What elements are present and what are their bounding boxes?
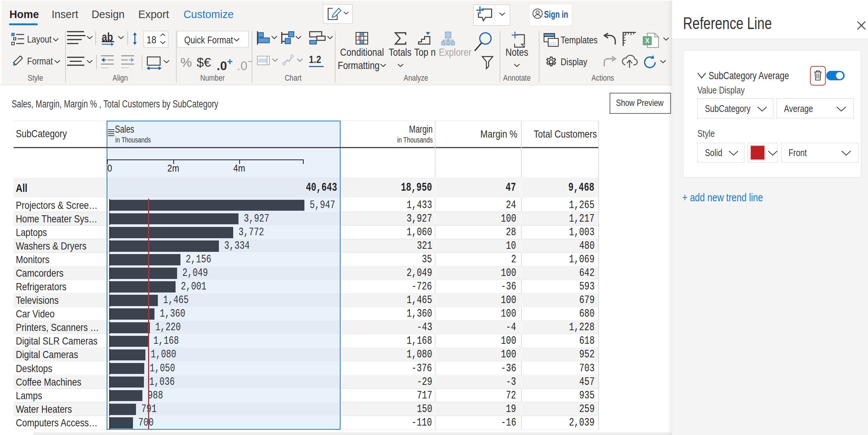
svg-text:X: X xyxy=(645,37,649,44)
